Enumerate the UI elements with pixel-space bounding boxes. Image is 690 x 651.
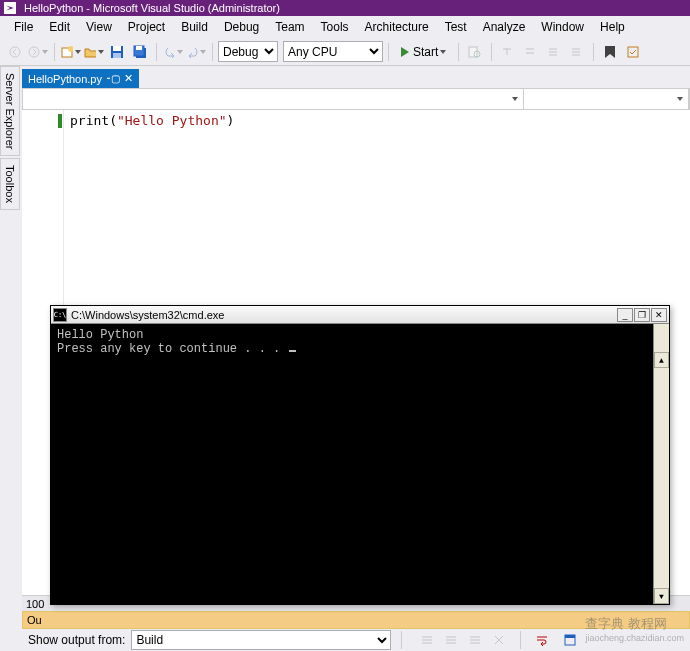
file-tab-label: HelloPython.py bbox=[28, 73, 102, 85]
cursor-icon bbox=[289, 350, 296, 352]
output-prev-button[interactable] bbox=[440, 629, 462, 651]
cmd-title-bar[interactable]: C:\Windows\system32\cmd.exe _ ❐ ✕ bbox=[51, 306, 669, 324]
server-explorer-tab[interactable]: Server Explorer bbox=[0, 66, 20, 156]
play-icon bbox=[401, 47, 409, 57]
svg-point-1 bbox=[29, 47, 39, 57]
menu-test[interactable]: Test bbox=[437, 18, 475, 36]
save-all-button[interactable] bbox=[129, 41, 151, 63]
menu-analyze[interactable]: Analyze bbox=[475, 18, 534, 36]
output-clear-button[interactable] bbox=[488, 629, 510, 651]
separator bbox=[54, 43, 55, 61]
cmd-icon bbox=[53, 308, 67, 322]
pin-icon[interactable]: ⁃▢ bbox=[106, 73, 120, 84]
output-from-label: Show output from: bbox=[28, 633, 125, 647]
maximize-button[interactable]: ❐ bbox=[634, 308, 650, 322]
separator bbox=[388, 43, 389, 61]
separator bbox=[593, 43, 594, 61]
cmd-scrollbar[interactable]: ▲ ▼ bbox=[653, 324, 669, 604]
document-tab-row: HelloPython.py ⁃▢ ✕ bbox=[22, 66, 690, 88]
menu-help[interactable]: Help bbox=[592, 18, 633, 36]
scroll-down-icon[interactable]: ▼ bbox=[654, 588, 669, 604]
svg-rect-6 bbox=[113, 53, 121, 58]
separator bbox=[491, 43, 492, 61]
task-list-button[interactable] bbox=[622, 41, 644, 63]
cmd-title: C:\Windows\system32\cmd.exe bbox=[71, 309, 616, 321]
close-button[interactable]: ✕ bbox=[651, 308, 667, 322]
menu-file[interactable]: File bbox=[6, 18, 41, 36]
svg-rect-5 bbox=[113, 46, 121, 51]
start-debug-button[interactable]: Start bbox=[394, 42, 453, 62]
member-combo[interactable] bbox=[524, 89, 689, 109]
change-marker-icon bbox=[58, 114, 62, 128]
left-tool-panels: Server Explorer Toolbox bbox=[0, 66, 22, 651]
separator bbox=[401, 631, 402, 649]
bookmark-button[interactable] bbox=[599, 41, 621, 63]
nav-back-button[interactable] bbox=[4, 41, 26, 63]
step-into-button[interactable] bbox=[497, 41, 519, 63]
nav-forward-button[interactable] bbox=[27, 41, 49, 63]
menu-window[interactable]: Window bbox=[533, 18, 592, 36]
separator bbox=[458, 43, 459, 61]
main-toolbar: Debug Any CPU Start bbox=[0, 38, 690, 66]
svg-rect-12 bbox=[628, 47, 638, 57]
menu-team[interactable]: Team bbox=[267, 18, 312, 36]
file-tab-hellopython[interactable]: HelloPython.py ⁃▢ ✕ bbox=[22, 69, 139, 88]
comment-button[interactable] bbox=[543, 41, 565, 63]
new-project-button[interactable] bbox=[60, 41, 82, 63]
output-toggle-button[interactable] bbox=[559, 629, 581, 651]
window-title: HelloPython - Microsoft Visual Studio (A… bbox=[24, 2, 280, 14]
code-navigation-bar bbox=[22, 88, 690, 110]
output-source-select[interactable]: Build bbox=[131, 630, 391, 650]
start-label: Start bbox=[413, 45, 438, 59]
menu-build[interactable]: Build bbox=[173, 18, 216, 36]
cmd-output[interactable]: Hello Python Press any key to continue .… bbox=[51, 324, 669, 604]
minimize-button[interactable]: _ bbox=[617, 308, 633, 322]
watermark-text: 查字典 教程网 bbox=[585, 616, 667, 631]
zoom-level: 100 bbox=[26, 598, 44, 610]
separator bbox=[520, 631, 521, 649]
redo-button[interactable] bbox=[185, 41, 207, 63]
menu-edit[interactable]: Edit bbox=[41, 18, 78, 36]
save-button[interactable] bbox=[106, 41, 128, 63]
scroll-up-icon[interactable]: ▲ bbox=[654, 352, 669, 368]
svg-point-0 bbox=[10, 47, 20, 57]
close-tab-icon[interactable]: ✕ bbox=[124, 72, 133, 85]
title-bar: HelloPython - Microsoft Visual Studio (A… bbox=[0, 0, 690, 16]
watermark-sub: jiaocheng.chazidian.com bbox=[585, 633, 684, 643]
svg-rect-9 bbox=[136, 46, 142, 50]
menu-architecture[interactable]: Architecture bbox=[357, 18, 437, 36]
platform-select[interactable]: Any CPU bbox=[283, 41, 383, 62]
undo-button[interactable] bbox=[162, 41, 184, 63]
cmd-text: Hello Python Press any key to continue .… bbox=[57, 328, 287, 356]
menu-project[interactable]: Project bbox=[120, 18, 173, 36]
step-over-button[interactable] bbox=[520, 41, 542, 63]
separator bbox=[212, 43, 213, 61]
scope-combo[interactable] bbox=[23, 89, 524, 109]
menu-debug[interactable]: Debug bbox=[216, 18, 267, 36]
svg-rect-14 bbox=[565, 635, 575, 638]
find-in-files-button[interactable] bbox=[464, 41, 486, 63]
watermark: 查字典 教程网 jiaocheng.chazidian.com bbox=[585, 615, 684, 643]
separator bbox=[156, 43, 157, 61]
svg-rect-10 bbox=[469, 47, 477, 57]
configuration-select[interactable]: Debug bbox=[218, 41, 278, 62]
vs-logo-icon bbox=[4, 2, 16, 14]
cmd-console-window[interactable]: C:\Windows\system32\cmd.exe _ ❐ ✕ Hello … bbox=[50, 305, 670, 605]
menu-view[interactable]: View bbox=[78, 18, 120, 36]
output-next-button[interactable] bbox=[464, 629, 486, 651]
uncomment-button[interactable] bbox=[566, 41, 588, 63]
open-file-button[interactable] bbox=[83, 41, 105, 63]
menu-tools[interactable]: Tools bbox=[313, 18, 357, 36]
toolbox-tab[interactable]: Toolbox bbox=[0, 158, 20, 210]
output-wordwrap-button[interactable] bbox=[531, 629, 553, 651]
output-find-button[interactable] bbox=[416, 629, 438, 651]
menu-bar: File Edit View Project Build Debug Team … bbox=[0, 16, 690, 38]
